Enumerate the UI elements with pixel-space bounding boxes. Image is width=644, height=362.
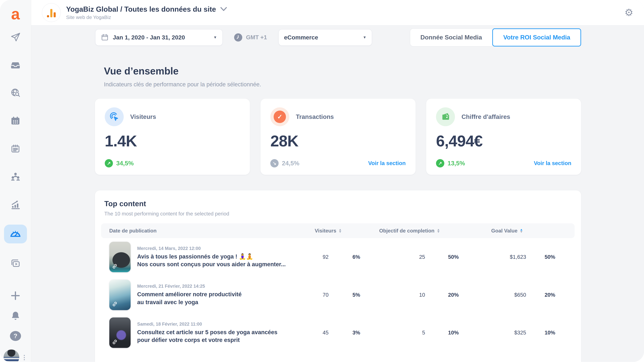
overview-title: Vue d’ensemble bbox=[104, 65, 581, 77]
sidebar-item-inbox[interactable] bbox=[7, 57, 24, 73]
sidebar-item-roi-active[interactable] bbox=[4, 225, 27, 244]
kebab-menu-icon[interactable]: ⋮ bbox=[21, 354, 28, 360]
kpi-card-transactions: ✓ Transactions 28K ↘ 24,5% Voir la secti… bbox=[260, 99, 416, 175]
link-icon bbox=[111, 263, 118, 270]
sort-icon: ▲▼ bbox=[520, 229, 523, 233]
post-date: Mercredi, 14 Mars, 2022 12:00 bbox=[137, 246, 286, 251]
kpi-foot: ↗ 34,5% bbox=[105, 159, 240, 167]
column-header-goal-value[interactable]: Goal Value ▲▼ bbox=[459, 228, 555, 234]
see-section-link[interactable]: Voir la section bbox=[368, 160, 406, 166]
kpi-card-visiteurs: Visiteurs 1.4K ↗ 34,5% bbox=[95, 99, 250, 175]
overview-section: Vue d’ensemble Indicateurs clés de perfo… bbox=[31, 65, 644, 362]
date-range-picker[interactable]: Jan 1, 2020 - Jan 31, 2020 ▼ bbox=[95, 29, 222, 46]
column-label: Visiteurs bbox=[315, 228, 336, 234]
page-title: YogaBiz Global / Toutes les données du s… bbox=[66, 5, 216, 13]
metric-select[interactable]: eCommerce ▼ bbox=[278, 29, 372, 46]
avatar[interactable] bbox=[4, 349, 19, 362]
trend-percent: 34,5% bbox=[116, 160, 134, 167]
goal-completions-value: 25 bbox=[360, 254, 425, 260]
post-thumbnail bbox=[109, 242, 131, 272]
user-menu: ⋮ bbox=[4, 349, 27, 362]
post-title-line2: Nos cours sont conçus pour vous aider à … bbox=[137, 260, 286, 268]
chart-growth-icon bbox=[10, 199, 21, 210]
settings-gear-icon[interactable]: ⚙ bbox=[624, 8, 633, 18]
post-cell: Mercredi, 21 Février, 2022 14:25 Comment… bbox=[101, 280, 296, 310]
question-icon: ? bbox=[10, 331, 21, 341]
visitors-value: 45 bbox=[296, 330, 329, 336]
arrow-up-right-icon: ↗ bbox=[105, 159, 113, 167]
sidebar-item-library[interactable] bbox=[7, 255, 24, 271]
link-icon bbox=[111, 338, 118, 345]
post-title-line1: Consultez cet article sur 5 poses de yog… bbox=[137, 328, 278, 336]
goal-completions-value: 10 bbox=[360, 292, 425, 298]
visitors-pct: 5% bbox=[328, 292, 360, 298]
sidebar-item-calendar[interactable] bbox=[7, 113, 24, 129]
kpi-card-head: Visiteurs bbox=[105, 107, 240, 126]
sidebar-nav bbox=[4, 29, 27, 271]
kpi-cards: Visiteurs 1.4K ↗ 34,5% bbox=[95, 99, 581, 175]
cursor-click-icon bbox=[105, 107, 124, 126]
kpi-value: 1.4K bbox=[105, 132, 240, 150]
column-header-visiteurs[interactable]: Visiteurs ▲▼ bbox=[296, 228, 360, 234]
trend-percent: 13,5% bbox=[448, 160, 465, 167]
checkmark-icon: ✓ bbox=[274, 111, 286, 123]
property-title-row[interactable]: YogaBiz Global / Toutes les données du s… bbox=[66, 5, 227, 13]
sidebar-item-audience[interactable] bbox=[7, 168, 24, 185]
caret-down-icon: ▼ bbox=[214, 35, 217, 40]
post-text: Mercredi, 14 Mars, 2022 12:00 Avis à tou… bbox=[137, 246, 286, 268]
bell-icon bbox=[10, 310, 21, 321]
notifications-button[interactable] bbox=[7, 308, 24, 324]
goal-completions-pct: 20% bbox=[425, 292, 459, 298]
check-circle-icon: ✓ bbox=[270, 107, 289, 126]
kpi-card-chiffre-affaires: Chiffre d'affaires 6,494€ ↗ 13,5% Voir l… bbox=[426, 99, 581, 175]
chevron-down-icon bbox=[220, 7, 227, 12]
kpi-card-head: ✓ Transactions bbox=[270, 107, 406, 126]
tab-donnee-social-media[interactable]: Donnée Social Media bbox=[410, 28, 492, 47]
agorapulse-logo[interactable]: a bbox=[11, 5, 20, 23]
table-row[interactable]: Mercredi, 14 Mars, 2022 12:00 Avis à tou… bbox=[101, 238, 574, 276]
kpi-value: 6,494€ bbox=[436, 132, 571, 150]
sidebar-bottom: ? ⋮ bbox=[4, 287, 27, 362]
visitors-value: 92 bbox=[296, 254, 329, 260]
trend-badge: ↗ 13,5% bbox=[436, 159, 465, 167]
post-title-line2: au travail avec le yoga bbox=[137, 298, 242, 306]
paper-plane-icon bbox=[10, 32, 21, 42]
analytics-bar-icon bbox=[54, 12, 56, 17]
analytics-logo bbox=[42, 3, 61, 22]
column-header-date[interactable]: Date de publication bbox=[101, 228, 296, 234]
analytics-bar-icon bbox=[47, 15, 49, 17]
table-row[interactable]: Mercredi, 21 Février, 2022 14:25 Comment… bbox=[101, 276, 574, 314]
goal-value-pct: 10% bbox=[526, 330, 555, 336]
sidebar-item-listening[interactable] bbox=[7, 85, 24, 101]
help-button[interactable]: ? bbox=[7, 328, 24, 344]
property-subtitle: Site web de YogaBiz bbox=[66, 15, 227, 20]
column-header-objectif[interactable]: Objectif de completion ▲▼ bbox=[360, 228, 459, 234]
sidebar: a bbox=[0, 0, 31, 362]
post-title-line1: Comment améliorer notre productivité bbox=[137, 290, 242, 298]
calendar-small-icon bbox=[101, 34, 108, 41]
kpi-card-head: Chiffre d'affaires bbox=[436, 107, 571, 126]
post-text: Mercredi, 21 Février, 2022 14:25 Comment… bbox=[137, 284, 242, 306]
analytics-bar-icon bbox=[50, 9, 52, 17]
post-date: Samedi, 18 Février, 2022 11:00 bbox=[137, 321, 278, 327]
goal-completions-pct: 50% bbox=[425, 254, 459, 260]
sort-icon: ▲▼ bbox=[339, 229, 342, 233]
top-content-subtitle: The 10 most performing content for the s… bbox=[104, 211, 574, 217]
column-label: Goal Value bbox=[491, 228, 518, 234]
link-icon bbox=[111, 301, 118, 308]
goal-value-pct: 50% bbox=[526, 254, 555, 260]
sort-icon: ▲▼ bbox=[437, 229, 440, 233]
sidebar-item-reports[interactable] bbox=[7, 141, 24, 157]
wallet-icon bbox=[436, 107, 455, 126]
sidebar-item-publishing[interactable] bbox=[7, 29, 24, 45]
post-title-line1: Avis à tous les passionnés de yoga ! 🧘‍♀… bbox=[137, 253, 286, 260]
post-cell: Mercredi, 14 Mars, 2022 12:00 Avis à tou… bbox=[101, 242, 296, 272]
post-thumbnail bbox=[109, 280, 131, 310]
table-row[interactable]: Samedi, 18 Février, 2022 11:00 Consultez… bbox=[101, 314, 574, 351]
see-section-link[interactable]: Voir la section bbox=[534, 160, 571, 166]
kpi-value: 28K bbox=[270, 132, 406, 150]
timezone: GMT +1 bbox=[234, 33, 267, 42]
sidebar-item-stats[interactable] bbox=[7, 197, 24, 213]
create-button[interactable] bbox=[7, 287, 24, 304]
tab-votre-roi-social-media[interactable]: Votre ROI Social Media bbox=[492, 28, 581, 47]
